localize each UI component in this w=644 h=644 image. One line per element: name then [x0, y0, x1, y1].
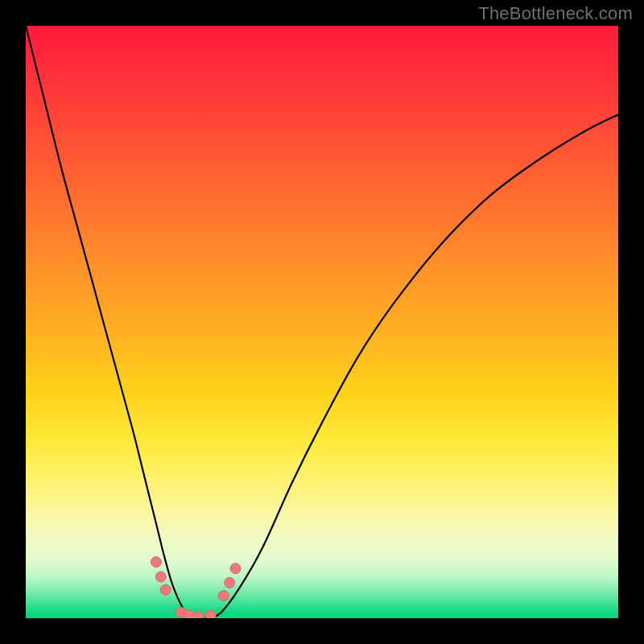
watermark-text: TheBottleneck.com: [478, 3, 633, 24]
marker-pt-right-upper: [230, 564, 241, 574]
chart-frame: TheBottleneck.com: [0, 0, 644, 644]
marker-pt-bottom-3: [193, 612, 204, 618]
marker-pt-bottom-2: [184, 610, 195, 618]
plot-area: [26, 26, 618, 618]
marker-pt-right-lower: [218, 591, 229, 601]
marker-pt-left-mid: [155, 572, 166, 582]
curve-layer: [26, 26, 618, 618]
marker-pt-left-lower: [160, 584, 171, 595]
main-curve: [26, 26, 618, 618]
marker-group: [151, 557, 241, 618]
marker-pt-bottom-4: [205, 610, 216, 618]
marker-pt-left-upper: [151, 557, 161, 568]
marker-pt-right-mid: [225, 577, 235, 588]
